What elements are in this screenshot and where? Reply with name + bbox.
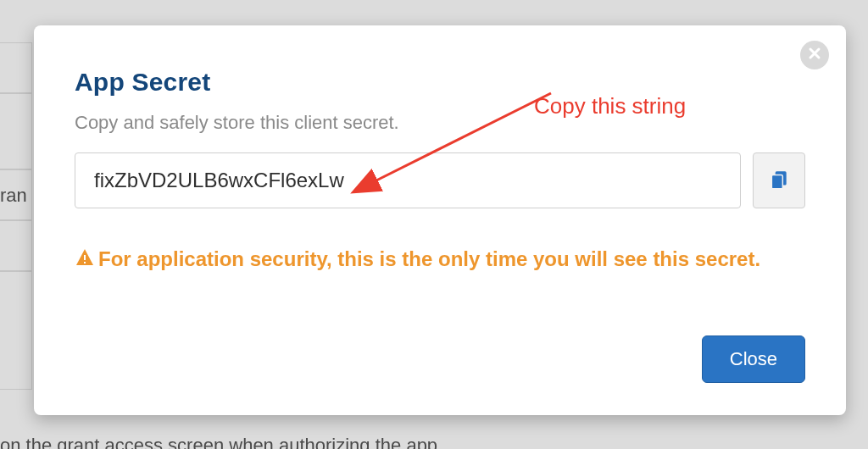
copy-icon <box>768 169 790 193</box>
close-icon-button[interactable] <box>800 41 829 69</box>
svg-rect-2 <box>84 255 86 260</box>
modal-subtitle: Copy and safely store this client secret… <box>75 112 805 134</box>
app-secret-modal: App Secret Copy and safely store this cl… <box>34 25 846 415</box>
bg-text-fragment: ran <box>0 185 27 207</box>
close-button[interactable]: Close <box>702 335 805 383</box>
warning-message: For application security, this is the on… <box>75 246 805 272</box>
bg-text-fragment: on the grant access screen when authoriz… <box>0 435 437 449</box>
close-icon <box>808 47 821 64</box>
annotation-label: Copy this string <box>534 93 686 119</box>
copy-button[interactable] <box>753 152 805 208</box>
warning-text: For application security, this is the on… <box>98 246 760 272</box>
warning-icon <box>75 247 95 268</box>
svg-rect-1 <box>771 175 782 188</box>
modal-title: App Secret <box>75 68 805 97</box>
client-secret-input[interactable] <box>75 152 741 208</box>
secret-field-row <box>75 152 805 208</box>
modal-footer: Close <box>702 335 805 383</box>
svg-rect-3 <box>84 262 86 263</box>
